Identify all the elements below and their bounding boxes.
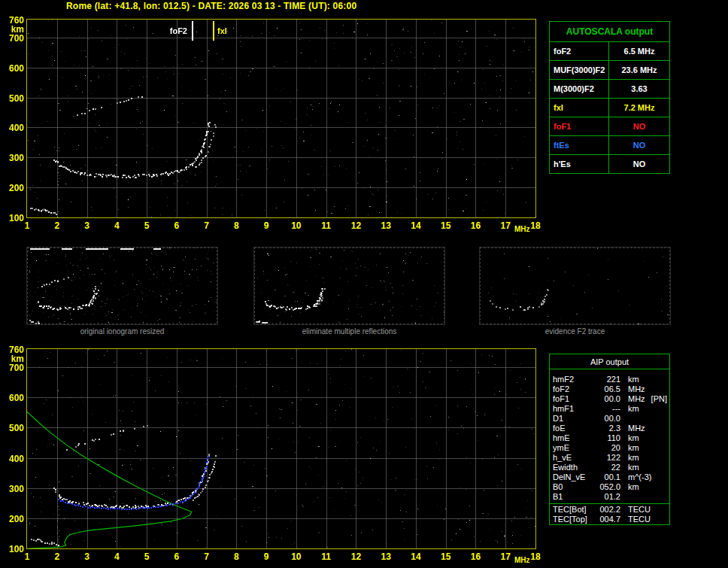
- aip-param-value: 06.5: [595, 384, 620, 394]
- aip-param-name: foF2: [553, 384, 595, 394]
- autoscala-row: fxI7.2 MHz: [550, 98, 669, 117]
- aip-row: ymE20km: [550, 443, 669, 453]
- aip-table-rows: hmF2221kmfoF206.5MHzfoF100.0MHz[PN]hmF1-…: [550, 375, 669, 502]
- aip-param-value: 00.0: [595, 414, 620, 424]
- aip-row: DelN_vE00.1m^(-3): [550, 472, 669, 482]
- aip-param-name: B1: [553, 492, 595, 502]
- station-date-header: Rome (lat: +41.8, lon: 012.5) - DATE: 20…: [66, 1, 356, 11]
- autoscala-param-value: NO: [609, 117, 669, 135]
- aip-row: B101.2: [550, 492, 669, 502]
- autoscala-param-value: 3.63: [609, 80, 669, 98]
- x-axis-tick-bottom: 6: [168, 551, 186, 562]
- autoscala-param-label: MUF(3000)F2: [550, 61, 609, 79]
- aip-param-name: foF1: [553, 394, 595, 404]
- aip-row: h_vE122km: [550, 453, 669, 463]
- restored-ionogram-plot: [26, 348, 536, 549]
- aip-row: D100.0: [550, 414, 669, 424]
- autoscala-param-label: ftEs: [550, 136, 609, 154]
- autoscala-row: MUF(3000)F223.6 MHz: [550, 60, 669, 79]
- autoscala-row: foF26.5 MHz: [550, 41, 669, 60]
- restored-ionogram-canvas: [27, 349, 535, 548]
- aip-row: foF206.5MHz: [550, 384, 669, 394]
- aip-table-title: AIP output: [550, 354, 669, 369]
- aip-param-name: hmF1: [553, 404, 595, 414]
- aip-row: hmF2221km: [550, 375, 669, 384]
- autoscala-param-label: fxI: [550, 99, 609, 117]
- aip-param-value: 221: [595, 375, 620, 384]
- x-axis-unit-bottom: MHz: [514, 556, 530, 564]
- aip-row: foF100.0MHz[PN]: [550, 394, 669, 404]
- autoscala-param-value: 6.5 MHz: [609, 42, 669, 60]
- x-axis-tick-bottom: 14: [407, 551, 425, 562]
- aip-param-name: TEC[Top]: [553, 515, 595, 524]
- aip-table-separator: [550, 503, 669, 504]
- y-axis-tick-top: 400: [3, 123, 24, 133]
- x-axis-tick-top: 6: [168, 220, 186, 231]
- aip-row: B0052.0km: [550, 482, 669, 492]
- aip-param-unit: km: [628, 463, 639, 472]
- autoscala-row: h'EsNO: [550, 154, 669, 173]
- x-axis-tick-top: 11: [317, 220, 335, 231]
- y-axis-tick-bottom: 600: [3, 393, 24, 403]
- x-axis-tick-top: 8: [227, 220, 245, 231]
- y-axis-tick-bottom: 300: [3, 484, 24, 494]
- fof2-marker-line: [192, 21, 193, 41]
- aip-param-value: 122: [595, 453, 620, 463]
- aip-row: hmE110km: [550, 433, 669, 443]
- y-axis-tick-top: 300: [3, 153, 24, 163]
- thumbnail-f2-evidence: [479, 247, 671, 325]
- aip-param-value: ---: [595, 404, 620, 414]
- thumbnail-original-canvas: [27, 248, 217, 324]
- x-axis-tick-bottom: 9: [257, 551, 275, 562]
- x-axis-tick-bottom: 7: [198, 551, 216, 562]
- autoscala-param-label: foF1: [550, 117, 609, 135]
- x-axis-tick-bottom: 1: [18, 551, 36, 562]
- thumbnail-f2-evidence-canvas: [480, 248, 670, 324]
- aip-param-note: [PN]: [651, 394, 667, 404]
- y-axis-tick-bottom: 500: [3, 423, 24, 433]
- aip-row: TEC[Bot]002.2TECU: [550, 505, 669, 515]
- fxi-marker-line: [213, 21, 214, 41]
- aip-param-value: 00.1: [595, 472, 620, 482]
- y-axis-tick-bottom: 700: [3, 363, 24, 373]
- autoscaled-ionogram-canvas: [27, 20, 535, 217]
- thumbnail-caption-f2-evidence: evidence F2 trace: [479, 327, 671, 336]
- aip-row: foE2.3MHz: [550, 424, 669, 433]
- aip-param-name: hmF2: [553, 375, 595, 384]
- aip-param-value: 110: [595, 433, 620, 443]
- y-axis-tick-top: 600: [3, 63, 24, 74]
- x-axis-tick-top: 2: [48, 220, 66, 231]
- x-axis-tick-bottom: 4: [108, 551, 126, 562]
- aip-param-unit: MHz: [628, 424, 645, 433]
- x-axis-tick-top: 1: [18, 220, 36, 231]
- x-axis-tick-bottom: 17: [496, 551, 514, 562]
- thumbnail-no-multiples-canvas: [254, 248, 444, 324]
- aip-param-unit: MHz: [628, 394, 645, 404]
- aip-row: TEC[Top]004.7TECU: [550, 515, 669, 524]
- aip-param-unit: MHz: [628, 384, 645, 394]
- aip-param-name: h_vE: [553, 453, 595, 463]
- x-axis-tick-top: 16: [466, 220, 484, 231]
- x-axis-tick-bottom: 13: [377, 551, 395, 562]
- autoscala-row: foF1NO: [550, 117, 669, 135]
- autoscala-param-value: NO: [609, 136, 669, 154]
- x-axis-tick-top: 10: [287, 220, 305, 231]
- y-axis-tick-top: 700: [3, 33, 24, 44]
- aip-row: Ewidth22km: [550, 463, 669, 472]
- aip-param-value: 22: [595, 463, 620, 472]
- aip-param-name: DelN_vE: [553, 472, 595, 482]
- y-axis-tick-top: 200: [3, 183, 24, 193]
- aip-param-name: B0: [553, 482, 595, 492]
- aip-param-unit: km: [628, 404, 639, 414]
- x-axis-tick-bottom: 16: [466, 551, 484, 562]
- x-axis-tick-bottom: 2: [48, 551, 66, 562]
- aip-param-name: D1: [553, 414, 595, 424]
- y-axis-tick-bottom: 200: [3, 514, 24, 524]
- aip-param-value: 2.3: [595, 424, 620, 433]
- aip-param-name: ymE: [553, 443, 595, 453]
- y-axis-tick-top: 500: [3, 93, 24, 104]
- x-axis-tick-bottom: 5: [138, 551, 156, 562]
- thumbnail-original-ionogram: [26, 247, 218, 325]
- y-axis-tick-bottom: 400: [3, 454, 24, 464]
- aip-param-unit: m^(-3): [628, 472, 651, 482]
